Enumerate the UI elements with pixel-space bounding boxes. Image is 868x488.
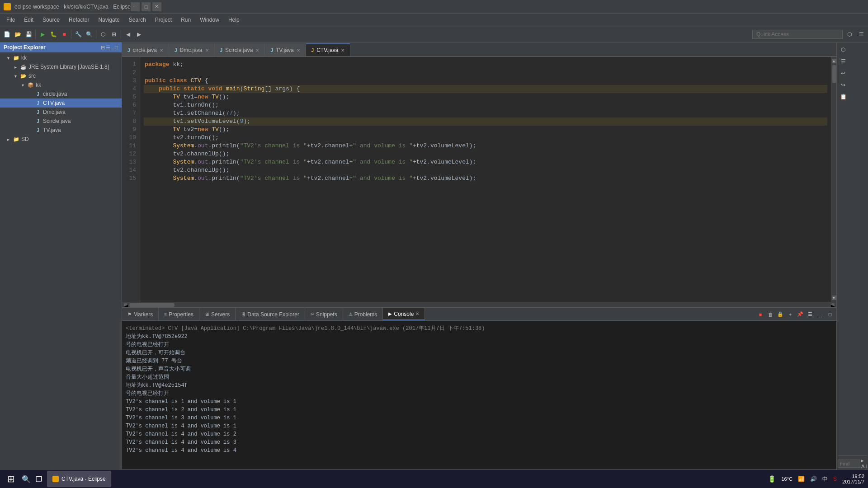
quick-access-input[interactable] [752,30,843,39]
console-minimize[interactable]: _ [816,310,825,319]
tree-item-kk[interactable]: ▾ 📁 kk [0,53,122,62]
right-panel-btn5[interactable]: 📋 [838,91,849,102]
tab-tv[interactable]: J TV.java ✕ [265,43,306,56]
perspective-button[interactable]: ⬡ [98,29,108,39]
h-scroll-thumb[interactable] [129,303,175,307]
scroll-top-btn[interactable]: ▲ [831,59,836,63]
console-pin-btn[interactable]: 📌 [796,310,805,319]
bottom-tab-snippets[interactable]: ✂ Snippets [305,308,343,320]
right-panel-btn2[interactable]: ☰ [838,56,849,67]
view-menu-button[interactable]: ☰ [856,29,866,39]
task-view-icon[interactable]: ❐ [34,474,43,483]
console-content[interactable]: <terminated> CTV [Java Application] C:\P… [122,321,836,469]
h-scroll-right[interactable]: ▶ [831,303,835,307]
tab-ctv[interactable]: J CTV.java ✕ [306,43,351,56]
right-panel: ⬡ ☰ ↩ ↪ 📋 ▸ All [836,42,868,474]
menu-help[interactable]: Help [224,15,244,25]
taskbar-eclipse[interactable]: CTV.java - Eclipse [47,471,111,487]
tree-item-circle[interactable]: J circle.java [0,89,122,99]
pe-menu-button[interactable]: ☰ [106,45,110,51]
right-panel-btn3[interactable]: ↩ [838,68,849,79]
menu-source[interactable]: Source [38,15,64,25]
menu-run[interactable]: Run [176,15,195,25]
console-terminate-btn[interactable]: ■ [756,310,765,319]
right-panel-btn4[interactable]: ↪ [838,80,849,90]
tree-item-kk-pkg[interactable]: ▾ 📦 kk [0,80,122,89]
tree-item-scircle[interactable]: J Scircle.java [0,117,122,126]
pe-collapse-button[interactable]: ⊟ [101,45,105,51]
maximize-button[interactable]: □ [142,2,151,11]
console-close[interactable]: ✕ [415,311,419,316]
open-perspective-button[interactable]: ⬡ [844,29,854,39]
code-content[interactable]: package kk; public class CTV { public st… [140,57,831,302]
menu-search[interactable]: Search [124,15,151,25]
window-list-button[interactable]: ⊞ [109,29,119,39]
h-scroll-left[interactable]: ◀ [124,303,127,307]
new-button[interactable]: 📄 [2,29,12,39]
tree-item-src[interactable]: ▾ 📂 src [0,71,122,80]
find-next-btn[interactable]: ▸ All [861,458,867,469]
snippets-icon: ✂ [311,312,314,317]
search-button[interactable]: 🔍 [84,29,94,39]
main-area: Project Explorer ⊟ ☰ _ □ ▾ 📁 kk ▸ ☕ JRE … [0,42,868,474]
bottom-tabs-left: ⚑ Markers ≡ Properties 🖥 Servers 🗄 Data … [122,308,425,320]
tree-item-dmc[interactable]: J Dmc.java [0,108,122,117]
run-button[interactable]: ▶ [38,29,47,39]
tab-scircle-close[interactable]: ✕ [255,48,259,53]
tab-dmc[interactable]: J Dmc.java ✕ [169,43,215,56]
stop-button[interactable]: ■ [59,29,69,39]
console-clear-btn[interactable]: 🗑 [766,310,775,319]
close-button[interactable]: ✕ [152,2,161,11]
prev-edit-button[interactable]: ◀ [123,29,133,39]
scroll-bottom-btn[interactable]: ▼ [831,296,836,300]
tab-dmc-close[interactable]: ✕ [205,48,209,53]
menu-window[interactable]: Window [195,15,224,25]
java-file-icon-scircle: J [34,117,42,125]
editor-area: J circle.java ✕ J Dmc.java ✕ J Scircle.j… [122,42,836,307]
tree-item-sd[interactable]: ▸ 📁 SD [0,135,122,144]
bottom-tab-console[interactable]: ▶ Console ✕ [383,308,425,320]
vertical-scrollbar[interactable]: ▲ ▼ [831,57,836,302]
menu-refactor[interactable]: Refactor [64,15,94,25]
bottom-tab-markers[interactable]: ⚑ Markers [122,308,159,320]
console-display-selected[interactable]: ☰ [806,310,815,319]
find-input[interactable] [838,460,860,468]
console-scroll-lock[interactable]: 🔒 [776,310,785,319]
src-folder-icon: 📂 [20,72,27,80]
debug-button[interactable]: 🐛 [48,29,58,39]
tree-item-ctv[interactable]: J CTV.java [0,99,122,108]
console-new-btn[interactable]: + [786,310,795,319]
menu-project[interactable]: Project [151,15,176,25]
pe-maximize-button[interactable]: □ [115,45,118,51]
start-button[interactable]: ⊞ [4,472,18,486]
next-edit-button[interactable]: ▶ [134,29,144,39]
pe-minimize-button[interactable]: _ [111,45,114,51]
tab-tv-close[interactable]: ✕ [297,48,300,53]
save-button[interactable]: 💾 [24,29,33,39]
bottom-tab-properties[interactable]: ≡ Properties [159,308,199,320]
tree-item-tv[interactable]: J TV.java [0,126,122,135]
menu-navigate[interactable]: Navigate [94,15,124,25]
bottom-tab-servers[interactable]: 🖥 Servers [199,308,236,320]
tab-circle[interactable]: J circle.java ✕ [122,43,169,56]
tab-scircle[interactable]: J Scircle.java ✕ [215,43,265,56]
open-button[interactable]: 📂 [13,29,23,39]
code-editor: 12345 678910 1112131415 package kk; publ… [122,57,831,302]
tree-item-jre[interactable]: ▸ ☕ JRE System Library [JavaSE-1.8] [0,62,122,71]
search-taskbar-icon[interactable]: 🔍 [22,474,31,483]
menu-file[interactable]: File [2,15,19,25]
menu-edit[interactable]: Edit [19,15,38,25]
tab-dmc-icon: J [175,48,177,53]
minimize-button[interactable]: ─ [131,2,140,11]
horizontal-scrollbar[interactable]: ◀ ▶ [122,302,836,307]
console-maximize[interactable]: □ [826,310,835,319]
right-panel-btn1[interactable]: ⬡ [838,44,849,55]
build-button[interactable]: 🔧 [73,29,83,39]
bottom-tab-datasource[interactable]: 🗄 Data Source Explorer [236,308,305,320]
bottom-tab-problems[interactable]: ⚠ Problems [343,308,383,320]
tree-label-sd: SD [21,136,29,142]
scroll-thumb[interactable] [832,65,836,83]
tab-ctv-close[interactable]: ✕ [341,48,344,53]
tab-circle-close[interactable]: ✕ [160,48,163,53]
clock-area[interactable]: 19:52 2017/11/7 [842,474,864,484]
